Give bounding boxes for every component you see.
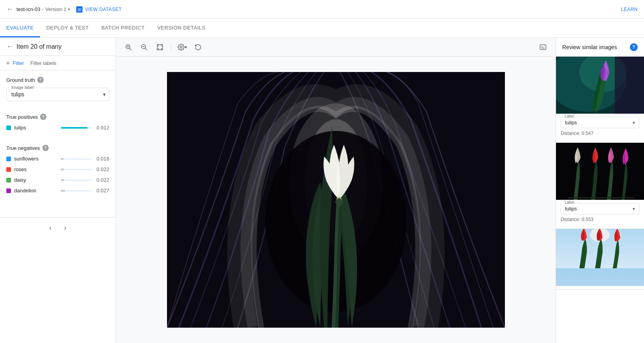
prediction-row-roses: roses 0.022 [6, 166, 109, 172]
view-dataset-label: VIEW DATASET [85, 7, 122, 12]
label-field-legend-2: Label [563, 200, 575, 205]
svg-line-1 [129, 48, 131, 50]
settings-button[interactable]: ▾ [176, 41, 189, 53]
version-label: Version 1 [45, 6, 66, 12]
similar-image-card-3 [556, 229, 644, 290]
tab-evaluate[interactable]: EVALUATE [0, 19, 40, 37]
tab-batch-predict[interactable]: BATCH PREDICT [95, 19, 151, 37]
fit-button[interactable] [154, 41, 166, 53]
dandelion-color [6, 188, 11, 193]
roses-color [6, 167, 11, 172]
tulips-label: tulips [14, 125, 58, 131]
similar-image-label-dropdown-1[interactable]: ▾ [633, 120, 635, 125]
dandelion-score: 0.027 [95, 188, 109, 194]
true-positives-title: True positives ? [6, 114, 109, 120]
learn-label: LEARN [621, 7, 638, 12]
daisy-label: daisy [14, 177, 58, 183]
image-label-field[interactable]: Image label tulips ▾ [6, 88, 109, 101]
similar-image-card-2: Label tulips ▾ Distance: 0.553 [556, 143, 644, 229]
dandelion-bar [61, 190, 92, 192]
view-dataset-icon: ▤ [76, 6, 83, 13]
ground-truth-title: Ground truth ? [6, 77, 109, 83]
back-button[interactable]: ← [6, 5, 13, 13]
caption-button[interactable] [537, 41, 549, 53]
svg-rect-20 [556, 143, 644, 200]
svg-point-8 [180, 46, 182, 48]
tab-bar: EVALUATE DEPLOY & TEST BATCH PREDICT VER… [0, 19, 644, 38]
daisy-score: 0.022 [95, 177, 109, 183]
sidebar-header: ← Item 20 of many [0, 38, 116, 56]
similar-image-card-1: Label tulips ▾ Distance: 0.547 [556, 57, 644, 143]
svg-rect-9 [540, 45, 546, 50]
zoom-in-button[interactable] [122, 41, 135, 53]
sunflowers-bar [61, 158, 92, 160]
similar-image-label-field-1[interactable]: Label tulips ▾ [561, 117, 639, 128]
image-label-dropdown-arrow[interactable]: ▾ [103, 91, 106, 98]
similar-image-thumb-3[interactable] [556, 229, 644, 286]
similar-image-label-dropdown-2[interactable]: ▾ [633, 206, 635, 212]
reset-button[interactable] [192, 41, 204, 53]
sunflowers-score: 0.018 [95, 156, 109, 162]
filter-label: Filter [13, 60, 24, 66]
breadcrumb-separator: › [42, 6, 44, 12]
main-layout: ← Item 20 of many ≡ Filter Filter labels… [0, 38, 644, 343]
right-panel: Review similar images ? [556, 38, 644, 343]
project-name: test-icn-03 [17, 6, 40, 12]
svg-line-5 [145, 48, 147, 50]
learn-button[interactable]: LEARN [621, 7, 638, 12]
tab-version-details[interactable]: VERSION DETAILS [151, 19, 212, 37]
top-nav: ← test-icn-03 › Version 1 ▾ ▤ VIEW DATAS… [0, 0, 644, 19]
true-negatives-help-icon[interactable]: ? [42, 145, 49, 151]
prediction-row-dandelion: dandelion 0.027 [6, 188, 109, 194]
filter-labels-text: Filter labels [30, 60, 56, 66]
image-label-value: tulips [11, 91, 32, 98]
view-dataset-button[interactable]: ▤ VIEW DATASET [76, 6, 122, 13]
right-panel-help-icon[interactable]: ? [630, 43, 638, 51]
distance-text-2: Distance: 0.553 [556, 216, 644, 225]
similar-image-thumb-2[interactable] [556, 143, 644, 200]
prediction-row-daisy: daisy 0.022 [6, 177, 109, 183]
breadcrumb: test-icn-03 › Version 1 ▾ [17, 6, 70, 12]
sunflowers-label: sunflowers [14, 156, 58, 162]
label-field-legend-1: Label [563, 114, 575, 118]
prev-item-button[interactable]: ‹ [49, 224, 51, 232]
prediction-row-tulips: tulips 0.912 [6, 125, 109, 131]
filter-row[interactable]: ≡ Filter Filter labels [0, 56, 116, 70]
daisy-bar [61, 179, 92, 181]
image-container [116, 57, 556, 343]
zoom-out-button[interactable] [138, 41, 150, 53]
sunflowers-color [6, 157, 11, 161]
tulips-score: 0.912 [95, 125, 109, 131]
item-title: Item 20 of many [17, 43, 62, 50]
daisy-color [6, 178, 11, 183]
ground-truth-section: Ground truth ? Image label tulips ▾ [0, 70, 116, 107]
toolbar-separator-1 [171, 43, 171, 51]
roses-score: 0.022 [95, 166, 109, 172]
ground-truth-help-icon[interactable]: ? [37, 77, 44, 83]
right-panel-header: Review similar images ? [556, 38, 644, 57]
next-item-button[interactable]: › [64, 224, 66, 232]
dandelion-label: dandelion [14, 188, 58, 194]
settings-dropdown-arrow: ▾ [185, 44, 187, 50]
true-negatives-title: True negatives ? [6, 145, 109, 151]
true-positives-help-icon[interactable]: ? [40, 114, 46, 120]
sidebar-back-button[interactable]: ← [6, 42, 13, 51]
tulips-color [6, 125, 11, 130]
distance-text-1: Distance: 0.547 [556, 130, 644, 139]
sidebar: ← Item 20 of many ≡ Filter Filter labels… [0, 38, 116, 343]
similar-image-label-field-2[interactable]: Label tulips ▾ [561, 203, 639, 214]
similar-image-label-value-2: tulips [565, 206, 577, 212]
tab-deploy-test[interactable]: DEPLOY & TEST [40, 19, 95, 37]
svg-rect-19 [615, 57, 644, 114]
prediction-row-sunflowers: sunflowers 0.018 [6, 156, 109, 162]
image-area: ▾ [116, 38, 556, 343]
true-negatives-section: True negatives ? sunflowers 0.018 roses [0, 138, 116, 201]
sidebar-navigation: ‹ › [0, 217, 116, 238]
main-image [167, 72, 505, 328]
right-panel-title: Review similar images [562, 44, 617, 50]
true-positives-section: True positives ? tulips 0.912 [0, 107, 116, 138]
version-dropdown-icon[interactable]: ▾ [68, 7, 70, 11]
similar-image-thumb-1[interactable] [556, 57, 644, 114]
filter-icon: ≡ [6, 60, 9, 66]
tulips-bar [61, 127, 92, 129]
